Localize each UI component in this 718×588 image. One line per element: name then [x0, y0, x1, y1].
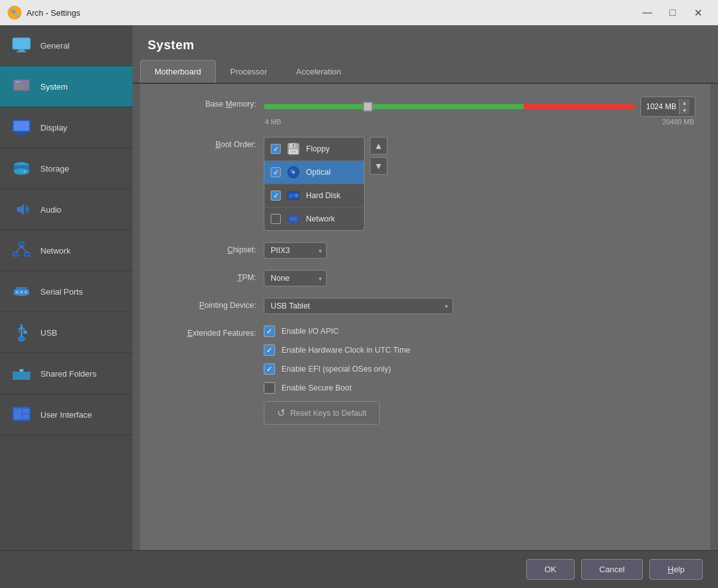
sidebar-item-network[interactable]: Network: [0, 230, 132, 271]
sidebar-item-audio[interactable]: Audio: [0, 189, 132, 230]
sidebar-item-general[interactable]: General: [0, 25, 132, 66]
tpm-select-wrap: None 1.2 2.0 ▾: [264, 270, 327, 286]
boot-order-label: Boot Order:: [155, 137, 256, 149]
checkbox-label-efi: Enable EFI (special OSes only): [281, 365, 391, 373]
boot-order-row: Boot Order: ✓: [155, 137, 695, 231]
boot-label-optical: Optical: [306, 168, 331, 177]
sidebar: General System: [0, 25, 132, 550]
tpm-control: None 1.2 2.0 ▾: [264, 270, 695, 286]
boot-order-wrap: ✓ Flopp: [264, 137, 695, 231]
sidebar-label-usb: USB: [40, 328, 57, 338]
sidebar-item-system[interactable]: System: [0, 66, 132, 107]
sidebar-item-usb[interactable]: USB: [0, 312, 132, 353]
svg-point-22: [16, 291, 18, 293]
network-boot-icon: [286, 211, 301, 226]
boot-item-optical[interactable]: ✓ Optical: [264, 161, 364, 184]
svg-rect-18: [25, 252, 30, 256]
memory-up-button[interactable]: ▲: [680, 99, 690, 107]
extended-features-row: Extended Features: ✓ Enable I/O APIC ✓ E…: [155, 326, 695, 425]
reset-icon: ↺: [277, 407, 285, 419]
ok-button[interactable]: OK: [526, 559, 575, 580]
content-header: System: [132, 25, 718, 60]
sidebar-item-storage[interactable]: Storage: [0, 148, 132, 189]
boot-check-network[interactable]: [271, 214, 281, 224]
window-controls: — □ ✕: [635, 0, 710, 25]
svg-rect-0: [13, 38, 30, 49]
boot-check-floppy[interactable]: ✓: [271, 144, 281, 154]
svg-rect-9: [14, 121, 29, 131]
svg-rect-10: [18, 132, 25, 134]
svg-rect-16: [19, 242, 24, 246]
memory-min-label: 4 MB: [265, 118, 281, 126]
tab-processor[interactable]: Processor: [216, 60, 282, 83]
svg-rect-38: [290, 151, 297, 153]
help-button[interactable]: Help: [649, 559, 703, 580]
boot-label-harddisk: Hard Disk: [306, 191, 341, 200]
chipset-control: PIIX3 ICH9 ▾: [264, 242, 695, 259]
page-title: System: [148, 38, 194, 52]
boot-check-optical[interactable]: ✓: [271, 167, 281, 177]
memory-down-button[interactable]: ▼: [680, 107, 690, 114]
checkbox-label-hw-clock: Enable Hardware Clock in UTC Time: [281, 346, 410, 355]
checkbox-label-io-apic: Enable I/O APIC: [281, 327, 339, 336]
svg-rect-25: [16, 287, 27, 290]
checkbox-label-secure-boot: Enable Secure Boot: [281, 384, 351, 392]
sidebar-item-ui[interactable]: User Interface: [0, 394, 132, 435]
svg-line-19: [16, 246, 21, 252]
svg-rect-49: [291, 221, 293, 223]
sidebar-label-system: System: [40, 82, 68, 91]
tab-acceleration[interactable]: Acceleration: [281, 60, 356, 83]
checkbox-efi[interactable]: ✓: [264, 363, 275, 375]
memory-slider-track[interactable]: [264, 101, 635, 112]
extended-features-control: ✓ Enable I/O APIC ✓ Enable Hardware Cloc…: [264, 326, 695, 425]
svg-rect-3: [13, 79, 30, 91]
memory-range-labels: 4 MB 20480 MB: [264, 118, 695, 126]
boot-order-list: ✓ Flopp: [264, 137, 365, 231]
svg-line-20: [21, 246, 27, 252]
checkbox-hw-clock[interactable]: ✓: [264, 344, 275, 356]
boot-label-network: Network: [306, 215, 335, 223]
chipset-select[interactable]: PIIX3 ICH9: [264, 242, 327, 259]
boot-down-button[interactable]: ▼: [370, 157, 387, 175]
app-title: Arch - Settings: [26, 8, 630, 18]
boot-arrows: ▲ ▼: [370, 137, 387, 175]
svg-rect-45: [289, 194, 294, 196]
minimize-button[interactable]: —: [635, 0, 660, 25]
checkbox-io-apic[interactable]: ✓: [264, 326, 275, 337]
svg-rect-35: [290, 143, 295, 148]
svg-rect-36: [293, 144, 294, 148]
svg-rect-5: [15, 84, 28, 85]
pointing-device-select[interactable]: USB Tablet PS/2 Mouse USB Mouse USB Mult…: [264, 298, 453, 314]
checkbox-row-efi: ✓ Enable EFI (special OSes only): [264, 363, 695, 375]
sidebar-item-shared[interactable]: Shared Folders: [0, 353, 132, 394]
checkbox-secure-boot[interactable]: [264, 382, 275, 394]
maximize-button[interactable]: □: [660, 0, 685, 25]
optical-icon: [286, 165, 301, 180]
boot-up-button[interactable]: ▲: [370, 137, 387, 155]
base-memory-control: 1024 MB ▲ ▼ 4 MB 20480 MB: [264, 97, 695, 126]
chipset-row: Chipset: PIIX3 ICH9 ▾: [155, 242, 695, 259]
base-memory-label: Base Memory:: [155, 97, 256, 109]
memory-slider-thumb[interactable]: [363, 102, 373, 112]
boot-item-floppy[interactable]: ✓ Flopp: [264, 138, 364, 161]
monitor-icon: [10, 34, 33, 57]
svg-rect-6: [15, 86, 28, 87]
sidebar-item-display[interactable]: Display: [0, 107, 132, 148]
tpm-select[interactable]: None 1.2 2.0: [264, 270, 327, 286]
svg-point-41: [293, 172, 295, 173]
audio-icon: [10, 198, 33, 221]
boot-check-harddisk[interactable]: ✓: [271, 191, 281, 201]
svg-point-28: [18, 336, 25, 341]
boot-order-control: ✓ Flopp: [264, 137, 695, 231]
close-button[interactable]: ✕: [685, 0, 710, 25]
svg-rect-17: [13, 252, 18, 256]
boot-item-harddisk[interactable]: ✓ Hard Disk: [264, 184, 364, 208]
reset-keys-label: Reset Keys to Default: [290, 409, 367, 418]
sidebar-label-ui: User Interface: [40, 410, 92, 420]
reset-keys-button[interactable]: ↺ Reset Keys to Default: [264, 401, 380, 425]
tab-motherboard[interactable]: Motherboard: [140, 60, 216, 83]
cancel-button[interactable]: Cancel: [581, 559, 643, 580]
boot-item-network[interactable]: Network: [264, 208, 364, 230]
sidebar-item-serial[interactable]: Serial Ports: [0, 271, 132, 312]
chipset-select-wrap: PIIX3 ICH9 ▾: [264, 242, 327, 259]
